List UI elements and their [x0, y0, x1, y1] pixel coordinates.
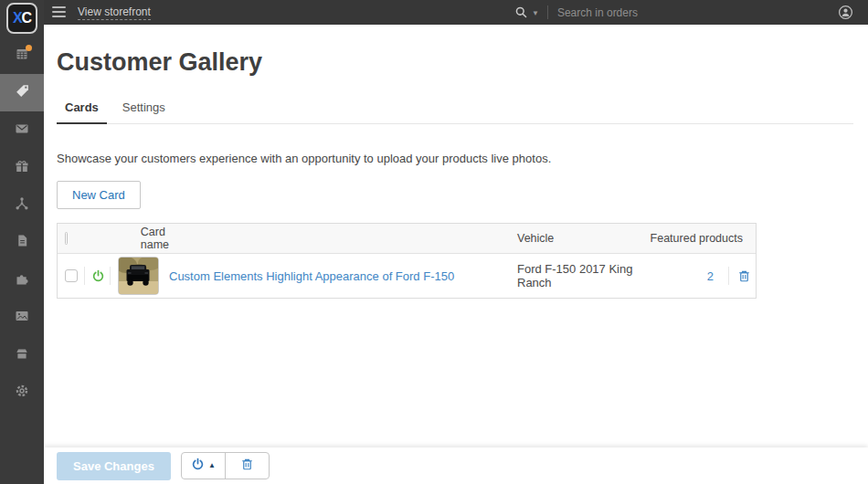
sidebar-item-settings[interactable]	[0, 374, 44, 411]
puzzle-icon	[15, 271, 29, 289]
row-delete-trash-icon[interactable]	[737, 269, 751, 283]
sidebar-item-orders[interactable]	[0, 37, 44, 74]
sidebar-item-pages[interactable]	[0, 224, 44, 261]
search-icon[interactable]	[514, 5, 528, 19]
card-thumbnail-image[interactable]	[118, 257, 159, 295]
column-header-featured-products: Featured products	[642, 232, 756, 245]
sidebar-item-promotions[interactable]	[0, 149, 44, 186]
tab-bar: Cards Settings	[57, 95, 853, 124]
sidebar-item-media[interactable]	[0, 299, 44, 336]
tab-settings[interactable]: Settings	[114, 95, 174, 124]
sidebar-item-mail[interactable]	[0, 111, 44, 149]
envelope-icon	[15, 121, 29, 140]
sidebar: XC	[0, 0, 44, 484]
table-row: Custom Elements Highlight Appearance of …	[58, 254, 756, 298]
vehicle-cell: Ford F-150 2017 King Ranch	[517, 262, 642, 289]
gear-icon	[15, 384, 29, 402]
page-title: Customer Gallery	[57, 48, 868, 77]
bulk-delete-button[interactable]	[226, 453, 269, 479]
enabled-power-icon[interactable]	[91, 269, 105, 283]
table-header-row: Card name Vehicle Featured products	[58, 224, 756, 254]
column-header-vehicle: Vehicle	[517, 232, 642, 245]
node-share-icon	[15, 196, 29, 215]
page-description: Showcase your customers experience with …	[57, 152, 855, 165]
footer-action-bar: Save Changes ▲	[44, 447, 868, 484]
save-changes-button[interactable]: Save Changes	[57, 452, 171, 480]
xcart-logo[interactable]: XC	[6, 3, 37, 34]
bulk-status-button[interactable]: ▲	[182, 453, 225, 479]
cell-divider	[728, 267, 729, 285]
sidebar-item-integrations[interactable]	[0, 186, 44, 224]
sidebar-nav	[0, 37, 44, 411]
sidebar-item-store[interactable]	[0, 336, 44, 374]
row-checkbox[interactable]	[65, 269, 78, 282]
order-search: ▼	[514, 0, 758, 25]
image-icon	[15, 309, 29, 327]
column-header-card-name: Card name	[68, 226, 169, 251]
document-icon	[16, 234, 29, 251]
main-content: Customer Gallery Cards Settings Showcase…	[44, 25, 868, 484]
sidebar-item-catalog[interactable]	[0, 74, 44, 111]
sidebar-item-addons[interactable]	[0, 261, 44, 299]
storefront-icon	[15, 346, 29, 364]
view-storefront-link[interactable]: View storefront	[78, 5, 151, 20]
gift-icon	[15, 159, 29, 177]
bulk-actions-group: ▲	[181, 452, 270, 479]
new-card-button[interactable]: New Card	[57, 181, 141, 209]
notification-dot	[26, 45, 32, 51]
cards-table: Card name Vehicle Featured products	[57, 223, 757, 299]
top-bar: View storefront ▼	[0, 0, 868, 25]
power-icon	[191, 458, 205, 475]
tag-icon	[15, 83, 30, 102]
search-input[interactable]	[557, 6, 758, 19]
hamburger-menu-icon[interactable]	[52, 6, 66, 17]
account-icon[interactable]	[838, 5, 853, 20]
search-scope-caret-icon[interactable]: ▼	[532, 9, 539, 17]
card-name-link[interactable]: Custom Elements Highlight Appearance of …	[169, 269, 454, 283]
search-divider	[547, 5, 548, 19]
featured-products-count-link[interactable]: 2	[707, 269, 714, 283]
trash-icon	[240, 458, 254, 475]
tab-cards[interactable]: Cards	[57, 95, 107, 124]
